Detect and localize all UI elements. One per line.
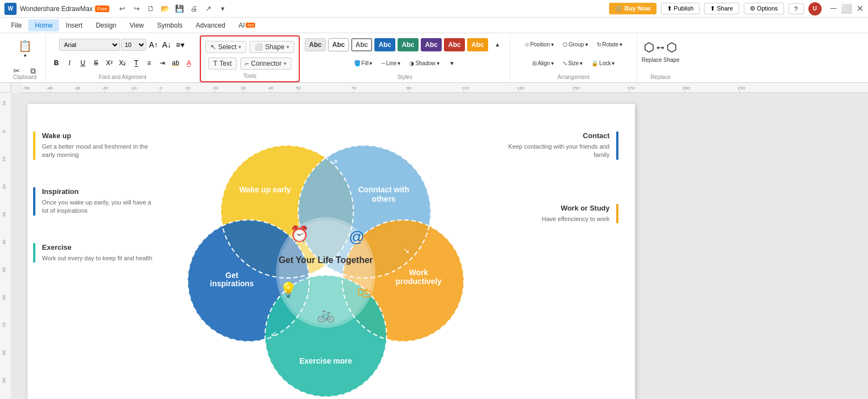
style-box-4[interactable]: Abc xyxy=(374,38,395,51)
style-box-8[interactable]: Abc xyxy=(467,38,488,51)
svg-text:Work: Work xyxy=(409,268,428,277)
select-label: Select xyxy=(218,43,236,51)
style-box-3[interactable]: Abc xyxy=(351,38,372,51)
bold-button[interactable]: B xyxy=(50,57,62,69)
options-button[interactable]: ⚙ Options xyxy=(744,3,784,14)
style-box-7[interactable]: Abc xyxy=(444,38,465,51)
svg-text:30: 30 xyxy=(241,86,246,91)
share-button[interactable]: ⬆ Share xyxy=(704,3,739,14)
position-button[interactable]: ⊹ Position▾ xyxy=(521,40,558,49)
shadow-dropdown: ▾ xyxy=(437,60,440,66)
group-label: Group xyxy=(569,41,584,48)
undo-redo-group: ↩ ↪ 🗋 📂 💾 🖨 ↗ ▾ xyxy=(116,3,229,15)
increase-font-button[interactable]: A↑ xyxy=(147,39,160,51)
menu-advanced[interactable]: Advanced xyxy=(189,19,232,32)
undo-button[interactable]: ↩ xyxy=(116,3,128,15)
font-color-button[interactable]: A̲ xyxy=(183,57,195,69)
menu-file[interactable]: File xyxy=(4,19,28,32)
clipboard-row1: 📋 ▾ xyxy=(14,35,36,62)
connector-button[interactable]: ⌐ Connector ▾ xyxy=(240,57,292,70)
style-box-6[interactable]: Abc xyxy=(421,38,442,51)
ribbon-replace-group: ⬡↔⬡ Replace Shape Replace xyxy=(637,35,684,82)
align-button[interactable]: ⊟ Align▾ xyxy=(528,59,558,68)
styles-scroll-up[interactable]: ▲ xyxy=(490,37,505,53)
menu-view[interactable]: View xyxy=(123,19,151,32)
export-button[interactable]: ↗ xyxy=(202,3,214,15)
menu-ai[interactable]: AI hot xyxy=(232,19,262,32)
paste-button[interactable]: 📋 ▾ xyxy=(14,36,36,61)
connector-icon: ⌐ xyxy=(245,60,249,67)
app-logo: W xyxy=(4,3,17,15)
menu-home[interactable]: Home xyxy=(28,19,59,32)
menu-insert[interactable]: Insert xyxy=(59,19,89,32)
highlight-button[interactable]: ab xyxy=(170,57,182,69)
svg-text:↙: ↙ xyxy=(392,340,399,349)
rotate-button[interactable]: ↻ Rotate▾ xyxy=(593,40,626,49)
styles-row1: Abc Abc Abc Abc Abc Abc Abc Abc ▲ xyxy=(304,35,505,54)
title-bar: W Wondershare EdrawMax Free ↩ ↪ 🗋 📂 💾 🖨 … xyxy=(0,0,868,18)
svg-text:↗: ↗ xyxy=(331,158,338,166)
shape-button[interactable]: ⬜ Shape ▾ xyxy=(250,41,294,53)
group-button[interactable]: ⬡ Group▾ xyxy=(559,40,592,49)
lock-button[interactable]: 🔒 Lock▾ xyxy=(588,59,618,68)
strikethrough-button[interactable]: S xyxy=(90,57,102,69)
select-button[interactable]: ↖ Select ▾ xyxy=(205,41,246,53)
clipboard-label: Clipboard xyxy=(13,74,37,80)
svg-text:50: 50 xyxy=(296,86,301,91)
svg-text:0: 0 xyxy=(2,130,7,133)
app-name: Wondershare EdrawMax xyxy=(20,5,93,13)
user-avatar[interactable]: U xyxy=(808,2,822,15)
lock-icon: 🔒 xyxy=(591,60,598,66)
minimize-button[interactable]: ─ xyxy=(830,3,837,14)
open-button[interactable]: 📂 xyxy=(159,3,171,15)
styles-label: Styles xyxy=(397,74,412,80)
font-row2: B I U S X² X₂ T̲ ≡ ⇥ ab A̲ xyxy=(50,54,195,73)
list-button[interactable]: ≡ xyxy=(143,57,155,69)
main-canvas[interactable]: Wake up Get a better mood and freshment … xyxy=(11,93,868,399)
maximize-button[interactable]: ⬜ xyxy=(841,3,852,14)
tools-row1: ↖ Select ▾ ⬜ Shape ▾ xyxy=(204,39,295,55)
fill-button[interactable]: 🪣 Fill ▾ xyxy=(350,59,377,68)
save-button[interactable]: 💾 xyxy=(173,3,186,15)
group-icon: ⬡ xyxy=(563,41,568,48)
shadow-button[interactable]: ◑ Shadow ▾ xyxy=(405,59,443,68)
size-label: Size xyxy=(568,60,579,66)
style-box-5[interactable]: Abc xyxy=(398,38,419,51)
shadow-label: Shadow xyxy=(415,60,435,66)
connector-label: Connector xyxy=(251,60,282,67)
print-button[interactable]: 🖨 xyxy=(188,3,200,15)
font-size-select[interactable]: 10 xyxy=(121,39,146,51)
close-button[interactable]: ✕ xyxy=(856,3,864,14)
svg-text:0: 0 xyxy=(160,86,162,91)
align-button[interactable]: ≡▾ xyxy=(174,39,186,51)
buy-now-button[interactable]: 🛒 Buy Now xyxy=(609,3,657,14)
menu-design[interactable]: Design xyxy=(89,19,123,32)
shape-dropdown-icon: ▾ xyxy=(287,44,289,50)
more-button[interactable]: ▾ xyxy=(216,3,229,15)
font-family-select[interactable]: Arial xyxy=(59,39,120,51)
superscript-button[interactable]: X² xyxy=(103,57,115,69)
svg-text:230: 230 xyxy=(738,86,745,91)
line-button[interactable]: ─ Line ▾ xyxy=(377,59,404,68)
indent-button[interactable]: ⇥ xyxy=(156,57,168,69)
publish-button[interactable]: ⬆ Publish xyxy=(661,3,700,14)
svg-text:20: 20 xyxy=(213,86,218,91)
help-button[interactable]: ? xyxy=(788,3,804,14)
contact-note: Contact Keep contacting with your friend… xyxy=(508,132,618,160)
inspiration-text: Once you wake up earily, you will have a… xyxy=(42,198,155,216)
redo-button[interactable]: ↪ xyxy=(130,3,142,15)
new-button[interactable]: 🗋 xyxy=(145,3,157,15)
text-button[interactable]: T Text xyxy=(208,57,236,70)
style-box-2[interactable]: Abc xyxy=(328,38,349,51)
styles-scroll-down[interactable]: ▼ xyxy=(444,55,460,71)
text-format-button[interactable]: T̲ xyxy=(130,57,142,69)
style-box-1[interactable]: Abc xyxy=(305,38,326,51)
ruler-corner xyxy=(0,83,11,93)
decrease-font-button[interactable]: A↓ xyxy=(161,39,173,51)
menu-symbols[interactable]: Symbols xyxy=(151,19,189,32)
subscript-button[interactable]: X₂ xyxy=(117,57,129,69)
size-button[interactable]: ⤡ Size▾ xyxy=(559,59,586,68)
italic-button[interactable]: I xyxy=(63,57,76,69)
underline-button[interactable]: U xyxy=(77,57,89,69)
svg-text:inspirations: inspirations xyxy=(210,279,254,288)
